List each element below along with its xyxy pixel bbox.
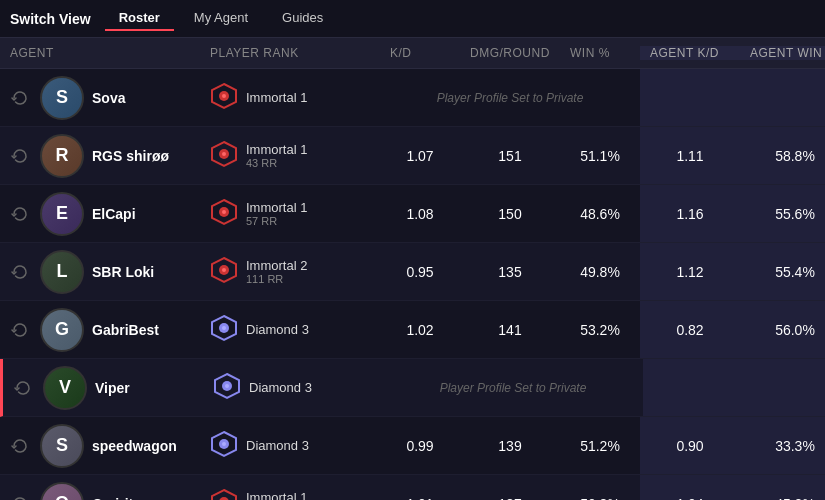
agent-cell: E ElCapi xyxy=(0,186,200,242)
table-row: E ElCapi Immortal 1 57 RR 1.08 150 48.6%… xyxy=(0,185,825,243)
private-notice: Player Profile Set to Private xyxy=(383,381,643,395)
rank-cell: Immortal 1 57 RR xyxy=(200,198,380,229)
rank-name: Immortal 1 xyxy=(246,200,307,215)
rank-cell: Diamond 3 xyxy=(203,372,383,403)
dmg-cell: 135 xyxy=(460,264,560,280)
refresh-icon[interactable] xyxy=(8,434,32,458)
agent-cell: G GabriBest xyxy=(0,302,200,358)
agent-name: Omirity xyxy=(92,496,141,501)
rank-cell: Immortal 1 22 RR xyxy=(200,488,380,500)
kd-cell: 1.02 xyxy=(380,322,460,338)
agent-kd-cell: 1.11 xyxy=(640,127,740,184)
table-header: Agent Player Rank K/D Dmg/Round Win % Ag… xyxy=(0,38,825,69)
agent-kd-cell: 1.16 xyxy=(640,185,740,242)
table-row: S speedwagon Diamond 3 0.99 139 51.2% 0.… xyxy=(0,417,825,475)
rank-name: Immortal 1 xyxy=(246,142,307,157)
svg-point-14 xyxy=(222,326,226,330)
agent-win-cell xyxy=(740,69,825,126)
col-win: Win % xyxy=(560,46,640,60)
refresh-icon[interactable] xyxy=(8,202,32,226)
tab-roster[interactable]: Roster xyxy=(105,6,174,31)
agent-win-cell: 55.4% xyxy=(740,243,825,300)
win-cell: 49.8% xyxy=(560,264,640,280)
kd-cell: 1.01 xyxy=(380,496,460,501)
rank-rr: 111 RR xyxy=(246,273,307,285)
dmg-cell: 137 xyxy=(460,496,560,501)
refresh-icon[interactable] xyxy=(8,144,32,168)
rank-icon xyxy=(210,198,238,229)
rank-icon xyxy=(210,140,238,171)
rank-info: Diamond 3 xyxy=(246,438,309,453)
kd-cell: 1.07 xyxy=(380,148,460,164)
win-cell: 51.1% xyxy=(560,148,640,164)
agent-win-cell: 56.0% xyxy=(740,301,825,358)
agent-cell: O Omirity xyxy=(0,476,200,501)
table-row: S Sova Immortal 1 Player Profile Set to … xyxy=(0,69,825,127)
rank-info: Diamond 3 xyxy=(246,322,309,337)
agent-avatar: R xyxy=(40,134,84,178)
rank-cell: Immortal 2 111 RR xyxy=(200,256,380,287)
app-title: Switch View xyxy=(10,11,91,27)
rank-name: Diamond 3 xyxy=(246,322,309,337)
table-row: V Viper Diamond 3 Player Profile Set to … xyxy=(0,359,825,417)
rank-name: Diamond 3 xyxy=(246,438,309,453)
agent-name: Sova xyxy=(92,90,125,106)
kd-cell: 0.99 xyxy=(380,438,460,454)
refresh-icon[interactable] xyxy=(8,86,32,110)
rank-cell: Immortal 1 xyxy=(200,82,380,113)
refresh-icon[interactable] xyxy=(8,492,32,501)
agent-kd-cell xyxy=(643,359,743,416)
refresh-icon[interactable] xyxy=(8,318,32,342)
win-cell: 51.2% xyxy=(560,438,640,454)
dmg-cell: 151 xyxy=(460,148,560,164)
table-row: G GabriBest Diamond 3 1.02 141 53.2% 0.8… xyxy=(0,301,825,359)
agent-win-cell: 55.6% xyxy=(740,185,825,242)
agent-name: ElCapi xyxy=(92,206,136,222)
agent-name: RGS shirøø xyxy=(92,148,169,164)
rank-icon xyxy=(213,372,241,403)
agent-win-cell xyxy=(743,359,825,416)
kd-cell: 0.95 xyxy=(380,264,460,280)
agent-kd-cell: 1.04 xyxy=(640,475,740,500)
rank-name: Immortal 2 xyxy=(246,258,307,273)
rank-icon xyxy=(210,314,238,345)
svg-point-8 xyxy=(222,210,226,214)
agent-win-cell: 58.8% xyxy=(740,127,825,184)
refresh-icon[interactable] xyxy=(11,376,35,400)
tab-guides[interactable]: Guides xyxy=(268,6,337,31)
rank-icon xyxy=(210,82,238,113)
rank-icon xyxy=(210,430,238,461)
win-cell: 53.2% xyxy=(560,322,640,338)
table-body: S Sova Immortal 1 Player Profile Set to … xyxy=(0,69,825,500)
svg-point-5 xyxy=(222,152,226,156)
rank-info: Diamond 3 xyxy=(249,380,312,395)
rank-info: Immortal 1 22 RR xyxy=(246,490,307,500)
agent-avatar: O xyxy=(40,482,84,501)
rank-info: Immortal 1 43 RR xyxy=(246,142,307,169)
rank-info: Immortal 2 111 RR xyxy=(246,258,307,285)
agent-kd-cell: 0.82 xyxy=(640,301,740,358)
svg-point-17 xyxy=(225,384,229,388)
agent-cell: L SBR Loki xyxy=(0,244,200,300)
agent-avatar: V xyxy=(43,366,87,410)
rank-icon xyxy=(210,256,238,287)
agent-avatar: G xyxy=(40,308,84,352)
rank-icon xyxy=(210,488,238,500)
agent-cell: S speedwagon xyxy=(0,418,200,474)
agent-avatar: E xyxy=(40,192,84,236)
agent-cell: V Viper xyxy=(3,360,203,416)
agent-cell: R RGS shirøø xyxy=(0,128,200,184)
agent-avatar: L xyxy=(40,250,84,294)
col-kd: K/D xyxy=(380,46,460,60)
agent-name: speedwagon xyxy=(92,438,177,454)
top-navigation: Switch View Roster My Agent Guides xyxy=(0,0,825,38)
refresh-icon[interactable] xyxy=(8,260,32,284)
rank-cell: Diamond 3 xyxy=(200,430,380,461)
svg-point-11 xyxy=(222,268,226,272)
kd-cell: 1.08 xyxy=(380,206,460,222)
rank-name: Diamond 3 xyxy=(249,380,312,395)
rank-cell: Diamond 3 xyxy=(200,314,380,345)
dmg-cell: 141 xyxy=(460,322,560,338)
tab-my-agent[interactable]: My Agent xyxy=(180,6,262,31)
agent-win-cell: 45.2% xyxy=(740,475,825,500)
